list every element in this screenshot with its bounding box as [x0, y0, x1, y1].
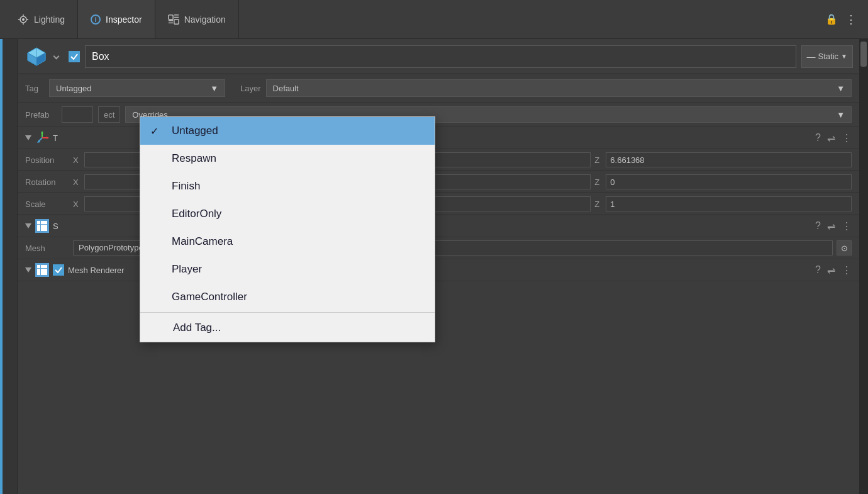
svg-rect-28	[37, 225, 40, 228]
svg-rect-32	[41, 228, 44, 231]
tab-lighting[interactable]: Lighting	[5, 0, 78, 38]
cube-chevron	[53, 53, 60, 60]
mesh-target-btn[interactable]: ⊙	[837, 240, 852, 255]
tag-layer-row: Tag Untagged ▼ Layer Default ▼	[18, 74, 859, 103]
lighting-icon	[18, 14, 29, 25]
scrollbar[interactable]: ▲	[859, 39, 868, 494]
navigation-icon	[168, 14, 179, 25]
dropdown-item-untagged-label: Untagged	[172, 125, 218, 137]
overrides-dropdown-arrow: ▼	[837, 110, 845, 120]
svg-rect-40	[37, 272, 40, 275]
mesh-help-btn[interactable]: ?	[815, 220, 821, 232]
svg-rect-31	[37, 228, 40, 231]
static-minus-icon: —	[807, 52, 816, 62]
mesh-renderer-more-btn[interactable]: ⋮	[842, 264, 852, 276]
tab-navigation-label: Navigation	[184, 14, 226, 25]
transform-more-btn[interactable]: ⋮	[842, 132, 852, 144]
svg-rect-30	[44, 225, 47, 228]
layer-value: Default	[273, 84, 299, 93]
mesh-renderer-icon	[35, 263, 49, 277]
rotation-label: Rotation	[25, 177, 69, 187]
rotation-x-label: X	[73, 177, 82, 187]
position-z-input[interactable]	[606, 152, 852, 167]
svg-rect-29	[41, 225, 44, 228]
dropdown-item-finish-label: Finish	[172, 180, 200, 193]
dropdown-item-untagged[interactable]: ✓ Untagged	[140, 117, 435, 145]
dropdown-item-editoronly-label: EditorOnly	[172, 208, 221, 220]
tag-value: Untagged	[56, 84, 91, 93]
svg-marker-22	[47, 137, 49, 139]
svg-point-1	[22, 18, 25, 21]
dropdown-item-editoronly[interactable]: EditorOnly	[140, 200, 435, 228]
tag-label: Tag	[25, 84, 44, 93]
position-z-group: Z	[594, 152, 852, 167]
rotation-z-input[interactable]	[606, 174, 852, 189]
cube-icon	[24, 44, 49, 69]
mesh-filter-actions: ? ⇌ ⋮	[815, 220, 852, 232]
add-tag-label: Add Tag...	[173, 322, 221, 334]
mesh-settings-btn[interactable]: ⇌	[827, 220, 835, 232]
svg-rect-39	[44, 269, 47, 272]
static-button[interactable]: — Static ▼	[801, 45, 853, 68]
mesh-renderer-expand-icon[interactable]	[25, 267, 31, 272]
mesh-renderer-actions: ? ⇌ ⋮	[815, 264, 852, 276]
untagged-checkmark: ✓	[150, 125, 163, 137]
svg-rect-27	[44, 221, 47, 224]
dropdown-item-player[interactable]: Player	[140, 255, 435, 283]
svg-rect-6	[169, 14, 173, 19]
object-active-checkbox[interactable]	[69, 51, 80, 62]
transform-icon	[35, 131, 49, 145]
position-x-label: X	[73, 155, 82, 165]
dropdown-divider	[140, 312, 435, 313]
prefab-revert-field[interactable]: ect	[98, 106, 120, 123]
static-label: Static	[818, 52, 839, 61]
tag-dropdown-menu: ✓ Untagged Respawn Finish EditorOnly Mai…	[140, 116, 435, 342]
svg-rect-33	[44, 228, 47, 231]
scrollbar-thumb[interactable]	[860, 42, 867, 67]
svg-rect-42	[44, 272, 47, 275]
left-sidebar-accent	[0, 39, 3, 494]
dropdown-item-maincamera[interactable]: MainCamera	[140, 228, 435, 255]
svg-rect-7	[174, 20, 179, 24]
transform-help-btn[interactable]: ?	[815, 132, 821, 143]
mesh-more-btn[interactable]: ⋮	[842, 220, 852, 232]
svg-rect-26	[41, 221, 44, 224]
scale-z-input[interactable]	[606, 196, 852, 211]
rotation-z-group: Z	[594, 174, 852, 189]
lock-icon[interactable]: 🔒	[825, 13, 838, 25]
object-name-input[interactable]	[85, 45, 796, 68]
more-icon[interactable]: ⋮	[845, 13, 857, 26]
tab-lighting-label: Lighting	[34, 14, 65, 25]
tag-dropdown-arrow: ▼	[210, 84, 218, 93]
layer-dropdown-arrow: ▼	[837, 84, 845, 93]
layer-dropdown[interactable]: Default ▼	[266, 79, 852, 97]
dropdown-item-player-label: Player	[172, 263, 202, 276]
dropdown-item-gamecontroller[interactable]: GameController	[140, 283, 435, 311]
transform-section-actions: ? ⇌ ⋮	[815, 132, 852, 144]
prefab-select-field[interactable]	[62, 106, 93, 123]
tab-inspector[interactable]: i Inspector	[78, 0, 155, 38]
position-z-label: Z	[594, 155, 603, 165]
tab-navigation[interactable]: Navigation	[155, 0, 239, 38]
layer-label: Layer	[240, 84, 261, 93]
scale-x-label: X	[73, 199, 82, 209]
tab-bar: Lighting i Inspector Navigation 🔒 ⋮	[0, 0, 868, 39]
transform-expand-icon[interactable]	[25, 135, 31, 140]
transform-settings-btn[interactable]: ⇌	[827, 132, 835, 144]
dropdown-item-respawn[interactable]: Respawn	[140, 145, 435, 172]
svg-rect-38	[41, 269, 44, 272]
mesh-renderer-help-btn[interactable]: ?	[815, 264, 821, 276]
mesh-expand-icon[interactable]	[25, 223, 31, 228]
mesh-renderer-settings-btn[interactable]: ⇌	[827, 264, 835, 276]
mesh-renderer-checkbox[interactable]	[53, 264, 64, 276]
tag-dropdown[interactable]: Untagged ▼	[49, 79, 225, 97]
inspector-icon: i	[91, 14, 101, 25]
tab-inspector-label: Inspector	[106, 14, 142, 25]
position-label: Position	[25, 155, 69, 165]
svg-rect-35	[41, 265, 44, 268]
dropdown-item-add-tag[interactable]: Add Tag...	[140, 314, 435, 342]
mesh-filter-icon	[35, 219, 49, 233]
left-sidebar	[0, 39, 18, 494]
dropdown-item-finish[interactable]: Finish	[140, 172, 435, 200]
object-header: — Static ▼	[18, 39, 859, 74]
